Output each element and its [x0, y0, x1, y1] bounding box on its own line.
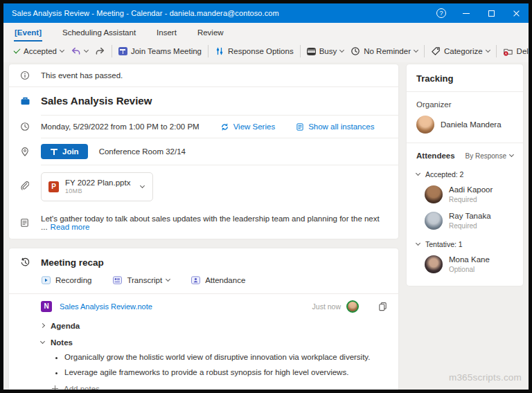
screenshot-frame: Sales Analysis Review - Meeting - Calend… [0, 0, 532, 393]
tab-event[interactable]: [Event] [14, 25, 42, 42]
meeting-note-link[interactable]: Sales Analysis Review.note [60, 302, 152, 311]
busy-label: Busy [319, 47, 337, 55]
maximize-button[interactable] [479, 3, 504, 23]
tab-insert[interactable]: Insert [156, 25, 177, 42]
view-series-link[interactable]: View Series [220, 122, 276, 131]
meeting-recap-card: Meeting recap Recording Transcript Att [9, 248, 398, 390]
description-text: Let's gather today to talk about sales u… [41, 214, 387, 231]
event-title: Sales Analysis Review [41, 95, 152, 107]
recap-header-row: Meeting recap [9, 248, 398, 271]
categorize-button[interactable]: Categorize [427, 44, 493, 58]
event-passed-text: This event has passed. [41, 71, 123, 80]
notes-label: Notes [51, 338, 73, 347]
tab-scheduling-assistant[interactable]: Scheduling Assistant [62, 25, 136, 42]
window-title: Sales Analysis Review - Meeting - Calend… [12, 9, 429, 17]
accepted-button[interactable]: Accepted [10, 45, 67, 57]
chevron-down-icon [166, 277, 170, 282]
event-details-card: This event has passed. Sales Analysis Re… [9, 64, 398, 239]
note-bullet: Leverage agile frameworks to provide a r… [64, 368, 398, 376]
attendee-info: Mona Kane Optional [449, 255, 490, 274]
organizer-name: Daniela Mandera [441, 120, 502, 129]
attendee-row: Aadi Kapoor Required [407, 181, 523, 208]
close-button[interactable] [504, 3, 529, 23]
content-area: This event has passed. Sales Analysis Re… [3, 62, 529, 390]
attendance-icon [190, 275, 201, 285]
categorize-tag-icon [431, 46, 441, 56]
sync-icon [220, 122, 229, 131]
event-main-column: This event has passed. Sales Analysis Re… [9, 64, 398, 384]
location-text: Conference Room 32/14 [99, 147, 186, 156]
list-icon [296, 122, 304, 131]
organizer-label: Organizer [407, 92, 523, 110]
recap-title: Meeting recap [41, 257, 104, 268]
read-more-link[interactable]: Read more [51, 223, 90, 231]
response-options-icon [215, 46, 224, 56]
chevron-down-icon [416, 241, 420, 246]
response-options-button[interactable]: Response Options [211, 44, 297, 58]
attachment-size: 10MB [65, 188, 130, 195]
description-row: Let's gather today to talk about sales u… [9, 208, 398, 239]
note-bullet: Organically grow the holistic world view… [64, 353, 398, 361]
agenda-section-toggle[interactable]: Agenda [9, 318, 398, 334]
recording-icon [41, 275, 51, 285]
maximize-icon [488, 10, 495, 17]
join-button-label: Join [62, 147, 79, 156]
window-controls: ? [429, 3, 529, 23]
by-response-label: By Response [466, 152, 506, 160]
teams-icon [118, 47, 127, 55]
copy-icon[interactable] [378, 302, 387, 311]
tracking-column: Tracking Organizer Daniela Mandera Atten… [407, 64, 523, 384]
join-meeting-button[interactable]: Join [41, 144, 88, 159]
categorize-label: Categorize [444, 47, 483, 55]
attendee-role: Required [449, 221, 491, 230]
attendee-row: Mona Kane Optional [407, 251, 523, 277]
attendee-info: Aadi Kapoor Required [449, 185, 493, 204]
toolbar-divider [300, 45, 301, 57]
attendee-role: Required [449, 195, 493, 204]
notes-section-toggle[interactable]: Notes [9, 334, 398, 351]
paperclip-icon [20, 181, 41, 192]
tentative-group-toggle[interactable]: Tentative: 1 [407, 234, 523, 251]
attendance-button[interactable]: Attendance [190, 275, 245, 285]
organizer-row: Daniela Mandera [407, 110, 523, 143]
attendee-name: Aadi Kapoor [449, 185, 493, 195]
ribbon-toolbar: Accepted Join Teams Meeting Response Opt… [3, 42, 529, 62]
forward-button[interactable] [91, 44, 109, 58]
attachment-meta: FY 2022 Plan.pptx 10MB [65, 178, 130, 196]
attachment-card[interactable]: FY 2022 Plan.pptx 10MB [41, 172, 153, 201]
tracking-title: Tracking [407, 64, 523, 92]
join-teams-meeting-label: Join Teams Meeting [131, 47, 202, 55]
check-icon [14, 47, 21, 54]
busy-status-button[interactable]: Busy [303, 45, 348, 57]
join-teams-meeting-button[interactable]: Join Teams Meeting [115, 45, 205, 57]
title-bar: Sales Analysis Review - Meeting - Calend… [3, 3, 529, 23]
attachment-row: FY 2022 Plan.pptx 10MB [9, 165, 398, 208]
add-notes-button[interactable]: Add notes [9, 383, 398, 390]
reply-button[interactable] [67, 44, 91, 58]
accepted-group-toggle[interactable]: Accepted: 2 [407, 164, 523, 181]
delete-button[interactable]: Delete [499, 44, 529, 58]
reminder-button[interactable]: No Reminder [347, 44, 421, 58]
notes-doc-icon [20, 218, 41, 228]
busy-status-icon [307, 48, 316, 55]
chevron-down-icon [414, 48, 418, 53]
minimize-button[interactable] [454, 3, 479, 23]
location-pin-icon [20, 147, 41, 157]
chevron-down-icon [486, 48, 490, 53]
tab-review[interactable]: Review [197, 25, 224, 42]
location-row: Join Conference Room 32/14 [9, 138, 398, 165]
chevron-down-icon [416, 171, 420, 176]
response-options-label: Response Options [228, 47, 294, 55]
show-all-instances-link[interactable]: Show all instances [296, 122, 374, 131]
by-response-dropdown[interactable]: By Response [466, 152, 513, 160]
recording-button[interactable]: Recording [41, 275, 91, 285]
accepted-label: Accepted [24, 47, 57, 55]
event-title-row: Sales Analysis Review [9, 87, 398, 115]
chevron-down-icon [339, 48, 344, 53]
watermark: m365scripts.com [407, 372, 523, 384]
view-series-label: View Series [233, 122, 276, 131]
accepted-group-label: Accepted: 2 [425, 170, 463, 179]
transcript-button[interactable]: Transcript [112, 275, 170, 285]
help-button[interactable]: ? [429, 3, 454, 23]
chevron-right-icon [40, 323, 45, 328]
